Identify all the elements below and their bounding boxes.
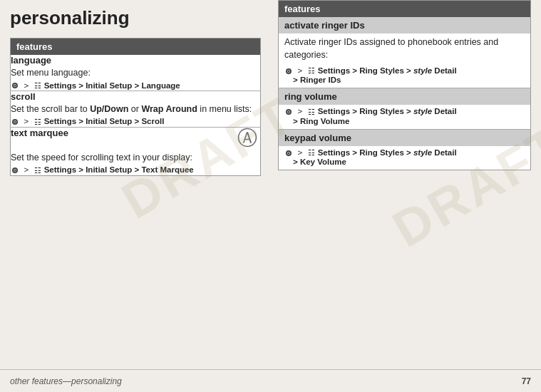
footer-page-number: 77 <box>522 376 531 386</box>
left-column: personalizing features language Set menu… <box>0 0 271 369</box>
nav-style: style <box>413 107 432 115</box>
keypad-volume-nav: > ☷ Settings > Ring Styles > style Detai… <box>279 146 530 170</box>
nav-ringer-ids: > Ringer IDs <box>293 76 341 84</box>
text-marquee-cell: text marquee Ⓐ Set the speed for scrolli… <box>11 127 261 175</box>
bullet-icon <box>12 119 18 125</box>
settings-icon: ☷ <box>308 108 315 117</box>
left-table-header-row: features <box>11 38 261 56</box>
nav-key-volume: > Key Volume <box>293 158 346 166</box>
nav-detail: Detail <box>432 107 457 115</box>
right-features-table: features activate ringer IDs Activate ri… <box>278 0 531 170</box>
nav-bold: Settings > Initial Setup > Text Marquee <box>44 165 194 174</box>
footer-text: other features—personalizing <box>10 376 122 386</box>
text-marquee-icon: Ⓐ <box>237 125 257 152</box>
scroll-cell: scroll Set the scroll bar to Up/Down or … <box>11 91 261 127</box>
nav-bold: Settings > Ring Styles > <box>318 148 413 157</box>
right-table-header: features <box>279 1 531 18</box>
left-features-table: features language Set menu language: > ☷… <box>10 38 261 176</box>
nav-detail: Detail <box>432 148 457 157</box>
settings-icon: ☷ <box>308 66 315 76</box>
nav-continuation: > Ring Volume <box>293 117 349 125</box>
page-title: personalizing <box>10 7 261 29</box>
activate-ringer-cell: activate ringer IDs Activate ringer IDs … <box>279 17 531 88</box>
nav-bold: Settings > Initial Setup > Scroll <box>44 117 165 125</box>
footer: other features—personalizing 77 <box>0 369 541 392</box>
right-column: features activate ringer IDs Activate ri… <box>271 0 541 369</box>
language-nav: > ☷ Settings > Initial Setup > Language <box>11 81 180 90</box>
language-cell: language Set menu language: > ☷ Settings… <box>11 55 261 91</box>
page: DRAFT DRAFT personalizing features langu… <box>0 0 541 392</box>
settings-icon: ☷ <box>34 166 41 175</box>
table-row: keypad volume > ☷ Settings > Ring Styles… <box>279 129 531 170</box>
table-row: scroll Set the scroll bar to Up/Down or … <box>11 91 261 127</box>
nav-detail: Detail <box>432 66 457 75</box>
activate-ringer-name: activate ringer IDs <box>279 17 530 33</box>
keypad-volume-cell: keypad volume > ☷ Settings > Ring Styles… <box>279 129 531 170</box>
bullet-icon <box>286 150 292 156</box>
table-row: language Set menu language: > ☷ Settings… <box>11 55 261 91</box>
scroll-nav: > ☷ Settings > Initial Setup > Scroll <box>11 117 164 125</box>
settings-icon: ☷ <box>308 148 315 158</box>
nav-bold: Settings > Ring Styles > <box>318 107 413 115</box>
language-name: language <box>11 55 260 66</box>
right-table-header-row: features <box>279 1 531 18</box>
nav-style: style <box>413 148 432 157</box>
content-area: personalizing features language Set menu… <box>0 0 541 369</box>
scroll-name: scroll <box>11 91 260 102</box>
ring-volume-nav: > ☷ Settings > Ring Styles > style Detai… <box>279 105 530 128</box>
ring-volume-cell: ring volume > ☷ Settings > Ring Styles >… <box>279 88 531 129</box>
text-marquee-nav: > ☷ Settings > Initial Setup > Text Marq… <box>11 165 194 174</box>
bullet-icon <box>12 83 18 88</box>
language-desc: Set menu language: <box>11 68 91 78</box>
bullet-icon <box>286 68 292 74</box>
scroll-desc: Set the scroll bar to Up/Down or Wrap Ar… <box>11 104 252 114</box>
activate-ringer-desc: Activate ringer IDs assigned to phoneboo… <box>279 33 530 64</box>
ring-volume-name: ring volume <box>279 88 530 105</box>
table-row: activate ringer IDs Activate ringer IDs … <box>279 17 531 88</box>
text-marquee-name: text marquee <box>11 128 68 138</box>
nav-style: style <box>413 66 432 75</box>
settings-icon: ☷ <box>34 81 41 91</box>
nav-bold: Settings > Initial Setup > Language <box>44 81 180 90</box>
table-row: ring volume > ☷ Settings > Ring Styles >… <box>279 88 531 129</box>
nav-bold: Settings > Ring Styles > <box>318 66 413 75</box>
keypad-volume-name: keypad volume <box>279 130 530 146</box>
bullet-icon <box>12 167 18 173</box>
bullet-icon <box>286 109 292 115</box>
text-marquee-desc: Set the speed for scrolling text in your… <box>11 153 192 163</box>
settings-icon: ☷ <box>34 118 41 127</box>
nav-continuation: > Ringer IDs <box>293 76 341 84</box>
nav-ring-volume: > Ring Volume <box>293 117 349 125</box>
table-row: text marquee Ⓐ Set the speed for scrolli… <box>11 127 261 175</box>
left-table-header: features <box>11 38 261 56</box>
activate-ringer-nav: > ☷ Settings > Ring Styles > style Detai… <box>279 64 530 88</box>
nav-continuation: > Key Volume <box>293 158 346 166</box>
